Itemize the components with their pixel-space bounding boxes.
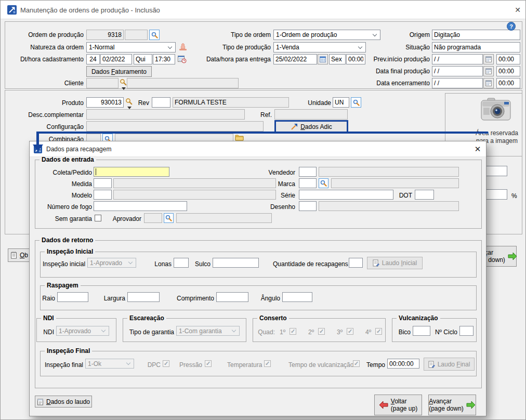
raspagem-title: Raspagem [45, 282, 81, 289]
vendedor-label: Vendedor [243, 167, 295, 178]
numero-fogo-input[interactable] [94, 201, 187, 211]
arrow-left-icon [379, 401, 388, 409]
encerramento-calendar-button[interactable] [483, 78, 494, 88]
medida-label: Medida [39, 179, 92, 189]
prev-inicio-hora-input[interactable] [496, 54, 520, 64]
angulo-input[interactable] [282, 292, 312, 302]
data-final-label: Data final produção [364, 66, 430, 76]
pressao-checkbox [205, 360, 212, 367]
quad4-checkbox [375, 328, 382, 335]
search-icon[interactable] [125, 98, 133, 105]
entrega-dow-input[interactable] [329, 54, 346, 64]
ciclo-input[interactable] [459, 326, 474, 336]
camera-icon [480, 97, 511, 121]
annotation-line [37, 132, 488, 134]
text-caret [96, 168, 96, 175]
laudo-doc-icon [373, 259, 379, 267]
largura-label: Largura [100, 293, 125, 304]
laudo-inicial-button: Laudo Inicial [367, 257, 423, 269]
sulco-label: Sulco [192, 259, 211, 269]
dados-entrada-title: Dados de entrada [40, 156, 96, 163]
ordem-numero-field: 9318 [86, 30, 124, 40]
coleta-input[interactable] [94, 167, 169, 177]
encerramento-label: Data encerramento [364, 78, 430, 88]
raio-input[interactable] [57, 292, 88, 302]
entrega-data-input[interactable] [273, 54, 317, 64]
help-icon[interactable]: ? [507, 22, 516, 31]
unidade-search-button[interactable] [351, 97, 361, 108]
ordem-search-button[interactable] [149, 30, 160, 40]
encerramento-data-input[interactable] [432, 78, 483, 88]
aprovador-nome-field [176, 213, 272, 223]
tipo-producao-select[interactable]: 1-Venda [273, 42, 366, 52]
produto-codigo-input[interactable] [86, 97, 124, 108]
qtd-recapagens-input[interactable] [349, 258, 363, 268]
desenho-input[interactable] [299, 201, 317, 211]
quad2-checkbox [318, 328, 325, 335]
chevron-down-icon [232, 328, 236, 332]
sem-garantia-checkbox[interactable] [95, 215, 101, 221]
cadastro-dow-input[interactable] [134, 54, 152, 64]
search-icon[interactable] [120, 78, 127, 86]
cadastro-mes-input[interactable] [100, 54, 132, 64]
comprimento-input[interactable] [216, 292, 248, 302]
marca-search-button[interactable] [319, 178, 328, 188]
calendar-clock-icon[interactable] [178, 55, 187, 63]
dot-input[interactable] [415, 190, 434, 200]
rev-input[interactable] [152, 97, 170, 108]
prev-inicio-calendar-button[interactable] [483, 54, 494, 64]
marca-input[interactable] [299, 178, 317, 188]
modelo-input[interactable] [94, 190, 112, 200]
prev-inicio-label: Prev.início produção [364, 54, 430, 64]
vulcanizacao-title: Vulcanização [397, 314, 440, 322]
coleta-label: Coleta/Pedido [39, 167, 92, 178]
tempo-input[interactable] [387, 359, 419, 369]
percent-label: % [511, 191, 520, 201]
notepad-icon [10, 252, 17, 259]
dados-faturamento-button[interactable]: Dados Faturamento [86, 66, 152, 77]
quad-label: Quad: [256, 327, 275, 337]
lonas-input[interactable] [174, 258, 189, 268]
entrega-hora-input[interactable] [346, 54, 365, 64]
voltar-button[interactable]: Voltar (page up) [374, 395, 422, 415]
search-icon [165, 215, 172, 221]
ndi-select: 1-Aprovado [56, 326, 109, 336]
search-icon [353, 99, 360, 106]
cadastro-dia-input[interactable] [86, 54, 100, 64]
entrega-calendar-button[interactable] [318, 54, 328, 64]
tipo-garantia-label: Tipo de garantia [125, 327, 174, 337]
folder-icon[interactable] [235, 134, 244, 141]
serie-input[interactable] [299, 190, 393, 200]
data-final-calendar-button[interactable] [483, 66, 494, 76]
vendedor-codigo-input[interactable] [299, 167, 317, 177]
bico-input[interactable] [413, 326, 430, 336]
bico-label: Bico [395, 327, 411, 337]
temperatura-checkbox [264, 360, 271, 367]
laudo-doc-icon [428, 361, 435, 368]
encerramento-hora-input[interactable] [496, 78, 520, 88]
avancar-button[interactable]: Avançar (page down) [428, 395, 476, 415]
largura-input[interactable] [127, 292, 160, 302]
cadastro-hora-input[interactable] [153, 54, 175, 64]
dados-laudo-button[interactable]: Dados do laudo [35, 396, 92, 408]
inspecao-final-title: Inspeção Final [45, 347, 92, 355]
unidade-input[interactable] [333, 97, 349, 108]
close-icon[interactable]: ✕ [511, 4, 524, 16]
serie-label: Série [243, 190, 295, 201]
inspecao-inicial-label: Inspeção inicial [43, 259, 85, 269]
aprovador-search-button[interactable] [164, 213, 174, 223]
close-icon[interactable]: ✕ [471, 143, 484, 155]
configuracao-label: Configuração [6, 122, 84, 132]
prev-inicio-data-input[interactable] [432, 54, 483, 64]
data-final-data-input[interactable] [432, 66, 483, 76]
data-final-hora-input[interactable] [496, 66, 520, 76]
sulco-input[interactable] [213, 258, 259, 268]
natureza-select[interactable]: 1-Normal [86, 42, 176, 52]
inspecao-inicial-title: Inspeção Inicial [45, 248, 95, 255]
annotation-line-vertical [36, 132, 39, 145]
medida-input[interactable] [94, 178, 112, 188]
cliente-codigo-field [86, 78, 119, 88]
ndi-label: NDI [40, 327, 54, 337]
stamp-icon[interactable] [179, 43, 188, 51]
desc-complementar-field [86, 109, 245, 120]
